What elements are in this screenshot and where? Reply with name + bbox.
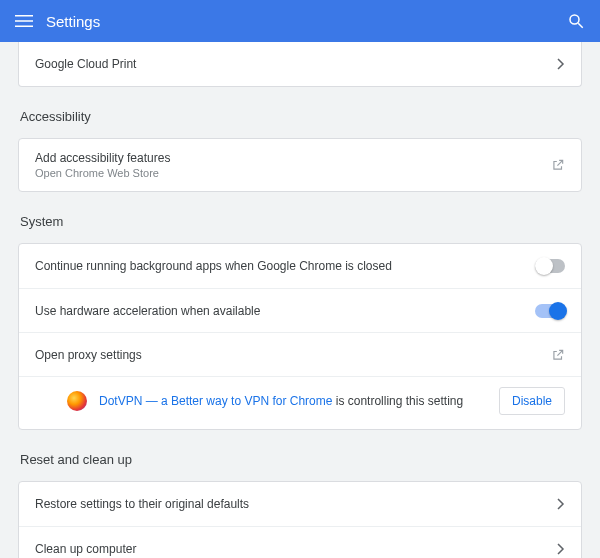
menu-icon[interactable] [12,9,36,33]
accessibility-card: Add accessibility features Open Chrome W… [18,138,582,192]
printing-card-fragment: Google Cloud Print [18,42,582,87]
reset-section-title: Reset and clean up [20,452,580,467]
open-proxy-settings-row[interactable]: Open proxy settings [19,332,581,376]
search-icon[interactable] [564,9,588,33]
accessibility-section-title: Accessibility [20,109,580,124]
settings-content: Google Cloud Print Accessibility Add acc… [0,42,600,558]
page-title: Settings [46,13,100,30]
row-label: Add accessibility features [35,151,539,165]
row-label: Use hardware acceleration when available [35,304,523,318]
svg-rect-2 [15,26,33,28]
row-sublabel: Open Chrome Web Store [35,167,539,179]
system-section-title: System [20,214,580,229]
reset-card: Restore settings to their original defau… [18,481,582,558]
row-label: Continue running background apps when Go… [35,259,523,273]
row-label: Clean up computer [35,542,545,556]
restore-defaults-row[interactable]: Restore settings to their original defau… [19,482,581,526]
chevron-right-icon [557,58,565,70]
background-apps-row: Continue running background apps when Go… [19,244,581,288]
row-label: Google Cloud Print [35,57,545,71]
row-label: Open proxy settings [35,348,539,362]
svg-rect-1 [15,20,33,22]
svg-point-3 [570,15,579,24]
google-cloud-print-row[interactable]: Google Cloud Print [19,42,581,86]
system-card: Continue running background apps when Go… [18,243,582,430]
controlling-suffix: is controlling this setting [332,394,463,408]
open-in-new-icon [551,348,565,362]
add-accessibility-features-row[interactable]: Add accessibility features Open Chrome W… [19,139,581,191]
extension-controlling-text: DotVPN — a Better way to VPN for Chrome … [99,394,487,408]
hardware-acceleration-row: Use hardware acceleration when available [19,288,581,332]
row-label: Restore settings to their original defau… [35,497,545,511]
background-apps-toggle[interactable] [535,259,565,273]
proxy-extension-notice: DotVPN — a Better way to VPN for Chrome … [19,376,581,429]
chevron-right-icon [557,498,565,510]
dotvpn-icon [67,391,87,411]
hardware-acceleration-toggle[interactable] [535,304,565,318]
svg-line-4 [578,23,583,28]
open-in-new-icon [551,158,565,172]
disable-extension-button[interactable]: Disable [499,387,565,415]
extension-link[interactable]: DotVPN — a Better way to VPN for Chrome [99,394,332,408]
top-app-bar: Settings [0,0,600,42]
chevron-right-icon [557,543,565,555]
clean-up-computer-row[interactable]: Clean up computer [19,526,581,558]
svg-rect-0 [15,15,33,17]
